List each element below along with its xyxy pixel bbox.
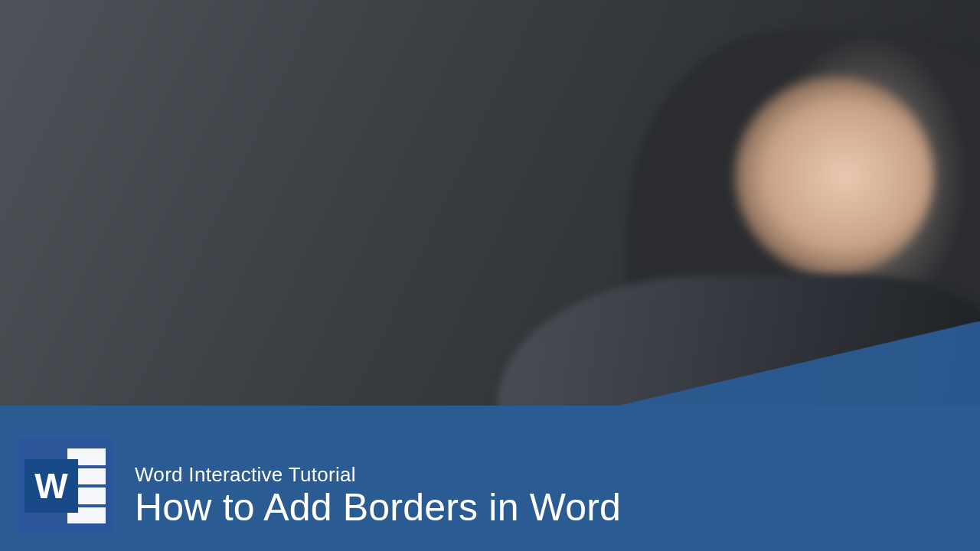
border-option[interactable]: Bottom Border xyxy=(401,133,500,150)
border-option[interactable]: Inside Borders xyxy=(404,237,504,253)
tab-draw[interactable]: Draw xyxy=(289,56,321,73)
line-spacing-button[interactable]: ↕≡ xyxy=(459,97,471,109)
border-type-icon xyxy=(407,150,416,159)
tab-design[interactable]: Design xyxy=(322,58,360,75)
border-type-icon xyxy=(408,179,417,188)
tab-layout[interactable]: Layout xyxy=(362,60,398,77)
tab-file[interactable]: File xyxy=(181,51,209,67)
group-clipboard: Paste Clipboard xyxy=(180,68,224,125)
tutorial-step: 3 Select a border. xyxy=(0,120,166,139)
autosave-toggle[interactable]: AutoSave xyxy=(179,33,237,44)
doc-title: Boa xyxy=(243,183,589,198)
sort-button[interactable]: A↓ xyxy=(442,109,454,122)
step-text: Click the Borders menu arrow. xyxy=(2,100,145,119)
bold-button[interactable]: B xyxy=(253,89,266,102)
change-case-button[interactable]: Aa▾ xyxy=(306,106,324,119)
title-bar: AutoSave 💾 ↶ ↷ Document Kayla Claypool —… xyxy=(175,26,695,77)
tab-review[interactable]: Review xyxy=(494,67,528,83)
justify-button[interactable]: ≡ xyxy=(446,96,457,109)
border-option-label: Inside Vertical Border xyxy=(424,269,492,278)
redo-icon[interactable]: ↷ xyxy=(273,37,283,47)
border-option[interactable]: No Border xyxy=(403,194,501,209)
tab-help[interactable]: Help xyxy=(558,71,583,86)
underline-button[interactable]: U xyxy=(284,90,297,103)
group-styles: Styles Styles xyxy=(494,84,531,135)
text-effects-button[interactable]: A▾ xyxy=(256,103,270,116)
group-paragraph: •≡▾ 1≡▾ ≡▾ ⇤ ⇥ ≡ ≡ ≡ ≡ ↕≡ xyxy=(384,79,492,134)
maximize-button[interactable]: ▢ xyxy=(651,60,669,70)
tutorial-title: Borders and Shading xyxy=(2,22,131,43)
tab-references[interactable]: References xyxy=(400,62,451,79)
border-option[interactable]: Inside Vertical Border xyxy=(405,265,505,281)
group-label: Font xyxy=(229,117,380,129)
user-account[interactable]: Kayla Claypool xyxy=(564,56,606,66)
font-color-button[interactable]: A▾ xyxy=(290,105,304,118)
word-logo: W xyxy=(17,438,113,534)
section-heading: New Communications Director xyxy=(244,215,590,226)
border-option[interactable]: All Borders xyxy=(403,208,503,223)
dictate-label: Dictate xyxy=(577,106,597,115)
tab-mailings[interactable]: Mailings xyxy=(453,65,492,81)
borders-button[interactable]: ▦▾ xyxy=(425,109,439,121)
document-title: Document xyxy=(289,38,559,64)
align-left-button[interactable]: ≡ xyxy=(404,94,416,106)
border-option[interactable]: Outside Borders xyxy=(403,223,503,237)
tab-view[interactable]: View xyxy=(530,70,556,85)
ribbon: Paste Clipboard Calibri (Body) 11 B I U xyxy=(175,65,697,142)
responsibilities-list: Client correspondence Internal communica… xyxy=(273,278,593,323)
italic-button[interactable]: I xyxy=(269,90,282,103)
mic-icon xyxy=(580,90,595,106)
border-option-label: Diagonal Up Border xyxy=(425,297,488,306)
border-option[interactable]: Inside Horizontal Border xyxy=(404,251,504,266)
editing-button[interactable]: Editing xyxy=(537,87,562,96)
shading-button[interactable]: ◪▾ xyxy=(409,109,423,121)
paste-label: Paste xyxy=(191,90,212,99)
clear-format-button[interactable]: A̷ xyxy=(345,93,357,106)
tab-home[interactable]: Home xyxy=(212,51,250,69)
border-option[interactable]: Top Border xyxy=(402,148,501,165)
tutorial-header: G Borders and Shading xyxy=(0,13,175,53)
align-right-button[interactable]: ≡ xyxy=(432,96,443,108)
tab-insert[interactable]: Insert xyxy=(252,54,286,71)
list-item: Press releases xyxy=(273,295,592,314)
editing-label: Editing xyxy=(540,87,560,96)
save-icon[interactable]: 💾 xyxy=(244,36,254,46)
list-item: Updating the web site xyxy=(273,304,592,323)
border-option[interactable]: Right Border xyxy=(403,176,501,191)
border-option-label: Inside Horizontal Border xyxy=(423,254,501,262)
font-size-combo[interactable]: 11 xyxy=(328,77,347,92)
show-marks-button[interactable]: ¶ xyxy=(456,110,467,122)
highlight-button[interactable]: ✎▾ xyxy=(273,104,288,117)
numbering-button[interactable]: 1≡▾ xyxy=(417,81,433,93)
increase-indent-button[interactable]: ⇥ xyxy=(462,83,474,96)
group-label: Voice xyxy=(571,129,604,137)
lightbulb-icon: 💡 xyxy=(647,81,655,90)
font-name-combo[interactable]: Calibri (Body) xyxy=(263,73,325,90)
body-text: Kerry Oki was named communiordinate and … xyxy=(245,228,592,281)
multilevel-button[interactable]: ≡▾ xyxy=(435,83,446,95)
border-type-icon xyxy=(409,226,418,235)
minimize-button[interactable]: — xyxy=(627,60,646,69)
styles-button[interactable]: Styles xyxy=(498,86,524,112)
shrink-font-button[interactable]: A↓ xyxy=(341,107,354,119)
styles-icon xyxy=(504,86,520,103)
border-option[interactable]: Left Border xyxy=(402,161,501,178)
paste-button[interactable]: Paste xyxy=(186,70,217,99)
caption-overlay: W Word Interactive Tutorial How to Add B… xyxy=(0,321,980,551)
decrease-indent-button[interactable]: ⇤ xyxy=(449,83,460,95)
subscript-button[interactable]: x₂ xyxy=(315,92,327,104)
bullets-button[interactable]: •≡▾ xyxy=(400,80,414,93)
border-type-icon xyxy=(407,165,416,174)
strike-button[interactable]: ab xyxy=(299,91,312,104)
grow-font-button[interactable]: A↑ xyxy=(326,106,339,119)
dictate-button[interactable]: Dictate xyxy=(575,90,599,115)
ribbon-options-icon[interactable] xyxy=(614,58,622,67)
ribbon-tabs: File Home Insert Draw Design Layout Refe… xyxy=(175,47,696,92)
undo-icon[interactable]: ↶ xyxy=(259,37,269,47)
superscript-button[interactable]: x² xyxy=(329,93,341,105)
clipboard-icon xyxy=(192,70,211,90)
align-center-button[interactable]: ≡ xyxy=(418,95,430,107)
step-text: Select a border. xyxy=(2,121,77,136)
toggle-icon xyxy=(218,35,237,44)
group-label: Clipboard xyxy=(181,116,224,125)
